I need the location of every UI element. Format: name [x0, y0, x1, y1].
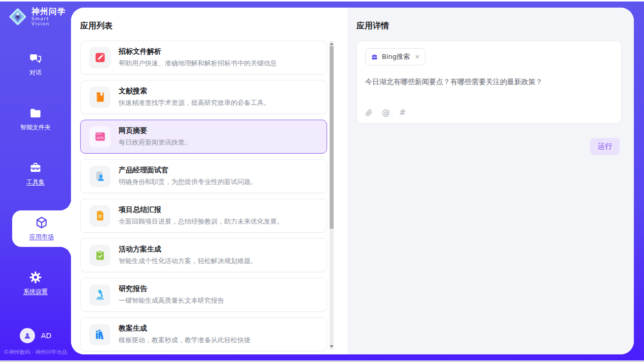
app-icon-box: [89, 205, 111, 227]
sidebar-item-folders[interactable]: 智能文件夹: [0, 101, 71, 137]
app-name: 项目总结汇报: [119, 205, 283, 214]
query-input[interactable]: 今日湖北有哪些新闻要点？有哪些需要关注的最新政策？: [365, 77, 613, 87]
app-icon-box: [89, 245, 111, 266]
app-icon-box: [89, 47, 111, 68]
app-card[interactable]: 项目总结汇报 全面回顾项目进展，总结经验教训，助力未来优化发展。: [80, 199, 327, 233]
microscope-icon: [94, 289, 106, 301]
app-detail-title: 应用详情: [356, 21, 389, 31]
book-icon: [94, 91, 106, 103]
svg-text:</>: </>: [97, 135, 104, 140]
app-description: 每日政府新闻资讯快查。: [119, 138, 191, 147]
clipboard-check-icon: [94, 249, 106, 261]
sidebar-item-settings[interactable]: 系统设置: [0, 265, 71, 302]
folder-icon: [29, 106, 42, 120]
app-name: 网页摘要: [119, 126, 191, 135]
app-icon-box: [89, 166, 111, 187]
gear-icon: [29, 271, 42, 284]
app-card[interactable]: 教案生成 模板驱动，教案秒成，教学准备从此轻松快捷: [80, 317, 327, 351]
app-icon-box: </>: [89, 126, 111, 148]
tool-chip-bing-search[interactable]: Bing搜索 ×: [365, 48, 425, 65]
tool-chip-label: Bing搜索: [382, 52, 410, 61]
interviewer-icon: [94, 170, 106, 182]
app-name: 文献搜索: [119, 87, 270, 96]
close-icon[interactable]: ×: [415, 53, 420, 60]
app-card[interactable]: 文献搜索 快速精准查找学术资源，提高研究效率的必备工具。: [80, 80, 327, 114]
input-toolbar: @ #: [365, 108, 406, 117]
app-name: 活动方案生成: [119, 245, 257, 254]
summary-doc-icon: [94, 210, 106, 222]
sidebar-item-tools[interactable]: 工具集: [0, 156, 71, 192]
app-description: 一键智能生成高质量长文本研究报告: [119, 296, 224, 305]
books-icon: [94, 329, 106, 340]
brand-subtitle: Smart Vision: [31, 16, 68, 26]
app-icon-box: [89, 284, 111, 306]
brand-logo: 神州问学 Smart Vision: [0, 2, 71, 26]
prompt-input-card[interactable]: Bing搜索 × 今日湖北有哪些新闻要点？有哪些需要关注的最新政策？ @ #: [356, 41, 622, 124]
app-detail-panel: 应用详情 Bing搜索 × 今日湖北有哪些新闻要点？有哪些需要关注的最新政策？ …: [347, 8, 634, 354]
sidebar: 神州问学 Smart Vision 对话 智能文件夹 工具集 应用市场: [0, 2, 71, 360]
scroll-down-icon[interactable]: [330, 345, 334, 348]
app-name: 教案生成: [119, 324, 251, 333]
user-icon: [23, 331, 32, 340]
app-name: 招标文件解析: [119, 47, 277, 56]
mention-icon[interactable]: @: [382, 108, 390, 117]
cube-icon: [35, 216, 48, 229]
app-description: 帮助用户快速、准确地理解和解析招标书中的关键信息: [119, 59, 277, 68]
user-account[interactable]: AD: [0, 328, 71, 343]
app-list-panel: 应用列表 招标文件解析 帮助用户快速、准确地理解和解析招标书中的关键信息: [71, 8, 347, 354]
copyright-footer: ©神州数码 · 神州问学出品: [0, 349, 71, 356]
sidebar-item-market[interactable]: 应用市场: [12, 210, 71, 247]
app-background: 神州问学 Smart Vision 对话 智能文件夹 工具集 应用市场: [0, 2, 644, 360]
user-initials: AD: [41, 332, 51, 340]
diamond-logo-icon: [8, 7, 27, 26]
toolbox-icon: [29, 161, 42, 174]
paperclip-icon[interactable]: [365, 109, 373, 117]
app-name: 研究报告: [119, 284, 224, 294]
chat-icon: [29, 52, 42, 65]
app-description: 模板驱动，教案秒成，教学准备从此轻松快捷: [119, 336, 251, 345]
app-card[interactable]: </> 网页摘要 每日政府新闻资讯快查。: [80, 120, 327, 154]
scroll-up-icon[interactable]: [330, 43, 334, 45]
app-icon-box: [89, 324, 111, 345]
list-scrollbar[interactable]: [330, 41, 334, 349]
run-button[interactable]: 运行: [590, 138, 620, 155]
app-description: 全面回顾项目进展，总结经验教训，助力未来优化发展。: [119, 217, 283, 226]
pen-square-icon: [94, 52, 106, 63]
brand-name: 神州问学: [31, 7, 68, 16]
sidebar-item-chat[interactable]: 对话: [0, 46, 71, 83]
app-description: 明确身份和职责，为您提供专业性的面试问题。: [119, 177, 257, 187]
app-card[interactable]: 活动方案生成 智能生成个性化活动方案，轻松解决规划难题。: [80, 238, 327, 272]
web-window-icon: </>: [94, 131, 106, 142]
app-list: 招标文件解析 帮助用户快速、准确地理解和解析招标书中的关键信息 文献搜索 快速精…: [80, 41, 327, 354]
app-name: 产品经理面试官: [119, 166, 257, 175]
avatar: [20, 328, 35, 343]
app-description: 智能生成个性化活动方案，轻松解决规划难题。: [119, 257, 257, 266]
main-panel: 应用列表 招标文件解析 帮助用户快速、准确地理解和解析招标书中的关键信息: [71, 8, 634, 354]
app-card[interactable]: 研究报告 一键智能生成高质量长文本研究报告: [80, 278, 327, 312]
app-list-title: 应用列表: [80, 21, 113, 31]
briefcase-icon: [371, 53, 378, 61]
sidebar-nav: 对话 智能文件夹 工具集 应用市场 系统设置: [0, 46, 71, 302]
scrollbar-thumb[interactable]: [330, 46, 334, 229]
hash-icon[interactable]: #: [399, 108, 406, 117]
app-card[interactable]: 招标文件解析 帮助用户快速、准确地理解和解析招标书中的关键信息: [80, 41, 327, 75]
app-icon-box: [89, 87, 111, 108]
app-description: 快速精准查找学术资源，提高研究效率的必备工具。: [119, 98, 270, 107]
app-card[interactable]: 产品经理面试官 明确身份和职责，为您提供专业性的面试问题。: [80, 159, 327, 193]
